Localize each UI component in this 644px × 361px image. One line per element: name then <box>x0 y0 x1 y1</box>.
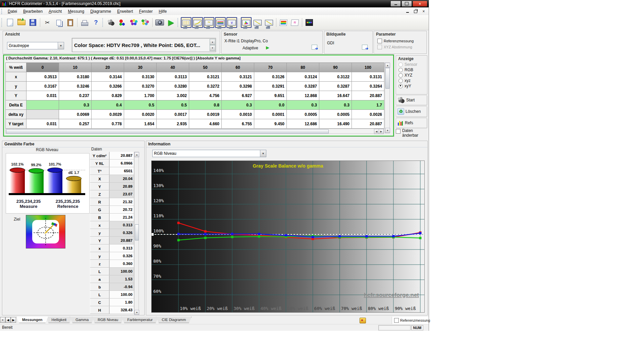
grid-view-monitor-button[interactable] <box>181 17 192 28</box>
capture-button[interactable] <box>154 17 165 28</box>
scroll-down-icon[interactable]: ▼ <box>135 310 139 315</box>
menu-item-ansicht[interactable]: Ansicht <box>46 8 65 15</box>
menu-item-fenster[interactable]: Fenster <box>136 8 156 15</box>
table-cell[interactable]: 0.0001 <box>254 110 287 119</box>
gamma-monitor-button[interactable] <box>192 17 203 28</box>
table-cell[interactable]: 20.887 <box>352 119 384 129</box>
table-cell[interactable]: 9.450 <box>254 119 287 129</box>
table-cell[interactable]: 0.237 <box>59 91 92 100</box>
menu-item-datei[interactable]: Datei <box>5 8 20 15</box>
table-cell[interactable]: 0.3 <box>287 100 319 110</box>
checkbox-icon[interactable] <box>394 318 399 323</box>
open-file-button[interactable] <box>16 17 27 28</box>
shift-doc-button[interactable]: ≈ <box>289 17 300 28</box>
column-header-60[interactable]: 60 <box>222 63 254 72</box>
daten-aenderbar-checkbox[interactable]: Daten änderbar <box>396 128 427 138</box>
daten-scrollbar[interactable]: ▲ ▼ <box>134 152 139 315</box>
daten-row-value[interactable]: 6.0966 <box>109 160 134 167</box>
table-cell[interactable]: 0.3 <box>59 100 92 110</box>
table-cell[interactable]: 9.651 <box>254 91 287 100</box>
table-cell[interactable]: 12.868 <box>287 91 319 100</box>
tab-rgb-niveau[interactable]: RGB Niveau <box>92 317 124 323</box>
tab-cie-diagramm[interactable]: CIE Diagramm <box>156 317 192 323</box>
table-cell[interactable]: 0.031 <box>26 119 59 129</box>
menu-item-messung[interactable]: Messung <box>65 8 87 15</box>
table-cell[interactable]: 0.3126 <box>254 72 287 82</box>
table-cell[interactable]: 0.3131 <box>352 72 384 82</box>
scroll-thumb[interactable] <box>135 224 139 240</box>
sensor-config-shortcut-icon[interactable] <box>312 45 317 50</box>
table-cell[interactable] <box>26 110 59 119</box>
daten-row-value[interactable]: 23.07 <box>109 190 134 198</box>
table-cell[interactable]: 0.0017 <box>157 110 189 119</box>
table-cell[interactable]: 0.3 <box>319 100 352 110</box>
cie-monitor-button[interactable] <box>241 17 252 28</box>
column-header-10[interactable]: 10 <box>59 63 92 72</box>
table-cell[interactable]: 1.7 <box>352 100 384 110</box>
minimize-button[interactable] <box>390 1 401 7</box>
daten-row-value[interactable]: 0.326 <box>109 252 134 260</box>
column-header-80[interactable]: 80 <box>287 63 319 72</box>
daten-row-value[interactable]: 6501 <box>109 167 134 175</box>
luminance-monitor-button[interactable]: ~ <box>204 17 214 28</box>
print-button[interactable] <box>79 17 90 28</box>
tab-gamma[interactable]: Gamma <box>70 317 94 323</box>
radio-xyz[interactable]: xyz <box>396 78 427 83</box>
column-header-90[interactable]: 90 <box>319 63 352 72</box>
sensor-config-button[interactable] <box>106 17 116 28</box>
table-cell[interactable]: 0.5 <box>124 100 157 110</box>
column-header-100[interactable]: 100 <box>352 63 384 72</box>
table-cell[interactable]: 0.0020 <box>124 110 157 119</box>
checkbox-icon[interactable] <box>396 129 400 134</box>
table-cell[interactable]: 0.0005 <box>319 110 352 119</box>
tabbar-left-icon[interactable]: ◀ <box>5 317 11 323</box>
daten-row-value[interactable]: 0.313 <box>109 244 134 252</box>
table-cell[interactable]: 0.3124 <box>287 72 319 82</box>
table-cell[interactable]: 0.0010 <box>222 110 254 119</box>
mdi-minimize-button[interactable] <box>405 9 410 14</box>
rgb-levels-monitor-button[interactable] <box>215 17 226 28</box>
table-cell[interactable]: 0.0029 <box>92 110 124 119</box>
daten-row-value[interactable]: 100.00 <box>109 268 134 275</box>
table-cell[interactable]: 16.490 <box>319 119 352 129</box>
table-cell[interactable]: 0.3 <box>222 100 254 110</box>
menu-item-erweitert[interactable]: Erweitert <box>114 8 136 15</box>
daten-row-value[interactable]: 20.04 <box>109 175 134 183</box>
start-button[interactable]: Start <box>396 95 427 105</box>
sensor-play-icon[interactable]: ▶ <box>266 45 269 50</box>
table-cell[interactable]: 0.3291 <box>254 82 287 91</box>
table-cell[interactable]: 0.778 <box>92 119 124 129</box>
table-cell[interactable]: 4.756 <box>189 91 222 100</box>
table-cell[interactable]: 20.887 <box>352 91 384 100</box>
radio-xyy[interactable]: xyY <box>396 83 427 89</box>
daten-row-value[interactable]: 20.887 <box>109 152 134 160</box>
tab-farbtemperatur[interactable]: Farbtemperatur <box>121 317 158 323</box>
save-file-button[interactable] <box>28 17 38 28</box>
daten-row-value[interactable]: 100.00 <box>109 291 134 299</box>
table-cell[interactable]: 0.3287 <box>287 82 319 91</box>
help-button[interactable]: ? <box>91 17 101 28</box>
scroll-thumb[interactable] <box>6 129 329 134</box>
table-cell[interactable]: 0.0019 <box>189 110 222 119</box>
table-cell[interactable]: 0.3270 <box>124 82 157 91</box>
maximize-button[interactable] <box>401 1 412 7</box>
daten-row-value[interactable]: 21.32 <box>109 198 134 206</box>
paste-button[interactable] <box>65 17 75 28</box>
table-cell[interactable]: 16.647 <box>319 91 352 100</box>
free-measure-button[interactable] <box>304 17 315 28</box>
scroll-down-icon[interactable]: ▼ <box>385 128 390 133</box>
measurement-table[interactable]: % weiß0102030405060708090100x0.35130.318… <box>5 62 384 129</box>
refs-button[interactable]: Refs <box>396 118 427 128</box>
table-cell[interactable]: 0.0 <box>254 100 287 110</box>
table-cell[interactable]: 0.4 <box>92 100 124 110</box>
table-cell[interactable]: 0.3122 <box>319 72 352 82</box>
measure-primaries-button[interactable] <box>117 17 128 28</box>
referenzmessung-checkbox[interactable]: Referenzmessung <box>377 39 414 43</box>
table-cell[interactable]: 0.3121 <box>189 72 222 82</box>
bildquelle-config-icon[interactable] <box>362 45 368 50</box>
checkbox-icon[interactable] <box>377 39 382 43</box>
title-bar[interactable]: HCFR Colorimeter - 3,5,1,4 - [Farbmessun… <box>0 0 429 7</box>
table-horizontal-scrollbar[interactable]: ◀ ▶ <box>5 129 384 134</box>
table-cell[interactable]: 0.0069 <box>59 110 92 119</box>
tabbar-close-button[interactable]: × <box>0 317 5 323</box>
